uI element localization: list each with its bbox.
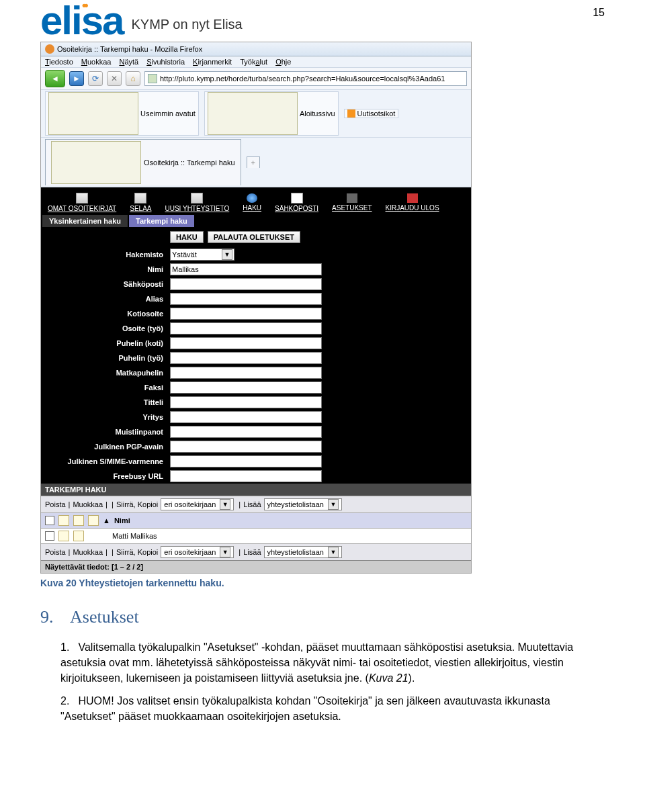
chevron-down-icon: ▼ [328,547,339,557]
input-alias[interactable] [170,293,322,305]
input-titteli[interactable] [170,396,322,408]
menu-ohje[interactable]: Ohje [275,58,291,66]
select-osoitekirja[interactable]: eri osoitekirjaan▼ [161,546,234,558]
section-heading: 9. Asetukset [40,607,605,627]
home-button[interactable]: ⌂ [126,71,140,86]
bookmark-aloitus[interactable]: Aloitussivu [204,91,339,136]
input-sahkoposti[interactable] [170,278,322,290]
input-smime[interactable] [170,455,322,467]
label-matkapuhelin: Matkapuhelin [41,369,170,377]
link-lisaa[interactable]: Lisää [243,500,261,508]
nav-omat-osoitekirjat[interactable]: OMAT OSOITEKIRJAT [48,193,116,212]
input-freebusy[interactable] [170,470,322,482]
input-yritys[interactable] [170,411,322,423]
label-faksi: Faksi [41,384,170,392]
sort-arrow-icon[interactable]: ▲ [103,516,110,525]
nav-kirjaudu-ulos[interactable]: KIRJAUDU ULOS [386,193,439,212]
nav-asetukset[interactable]: ASETUKSET [332,193,372,212]
numbered-list: 1. Valitsemalla työkalupalkin "Asetukset… [60,639,605,724]
input-puhelin-tyo[interactable] [170,352,322,364]
nav-selaa[interactable]: SELAA [130,193,151,212]
link-siirra[interactable]: Siirrä, Kopioi [116,500,158,508]
link-muokkaa[interactable]: Muokkaa [73,500,103,508]
menu-nayta[interactable]: Näytä [119,58,138,66]
input-osoite-tyo[interactable] [170,322,322,334]
input-pgp[interactable] [170,441,322,453]
reload-button[interactable]: ⟳ [88,71,103,86]
link-poista[interactable]: Poista [45,548,66,556]
result-row[interactable]: Matti Mallikas [41,528,471,543]
browser-tab[interactable]: Osoitekirja :: Tarkempi haku [45,139,241,185]
stop-button[interactable]: ✕ [107,71,122,86]
brand-subtitle: KYMP on nyt Elisa [131,17,242,35]
rss-icon [347,109,355,118]
label-yritys: Yritys [41,413,170,421]
menu-kirjanmerkit[interactable]: Kirjanmerkit [193,58,232,66]
horde-app: OMAT OSOITEKIRJAT SELAA UUSI YHTEYSTIETO… [41,187,471,573]
link-poista[interactable]: Poista [45,500,66,508]
input-nimi[interactable] [170,263,322,275]
menu-tiedosto[interactable]: Tiedosto [45,58,73,66]
menu-tyokalut[interactable]: Työkalut [240,58,267,66]
reset-button[interactable]: PALAUTA OLETUKSET [208,231,300,243]
chevron-down-icon: ▼ [222,249,232,260]
contact-name[interactable]: Matti Mallikas [112,532,157,540]
url-bar[interactable]: http://pluto.kymp.net/horde/turba/search… [144,71,467,86]
nav-uusi-yhteystieto[interactable]: UUSI YHTEYSTIETO [165,193,229,212]
tab-title: Osoitekirja :: Tarkempi haku [144,159,235,167]
mail-icon [291,193,303,204]
vcard-icon[interactable] [73,531,84,541]
result-header-row: ▲ Nimi [41,512,471,528]
chevron-down-icon: ▼ [220,499,230,510]
nav-sahkoposti[interactable]: SÄHKÖPOSTI [275,193,318,212]
edit-icon[interactable] [58,515,69,526]
select-yhteystietolista[interactable]: yhteystietolistaan▼ [264,546,342,558]
row-nimi: Nimi [41,262,471,277]
menu-sivuhistoria[interactable]: Sivuhistoria [146,58,185,66]
checkbox-all[interactable] [45,516,54,525]
input-kotiosoite[interactable] [170,308,322,320]
input-puhelin-koti[interactable] [170,337,322,349]
bookmark-useimmin[interactable]: Useimmin avatut [45,91,199,136]
label-puhelin-tyo: Puhelin (työ) [41,354,170,362]
tab-strip: Osoitekirja :: Tarkempi haku + [41,138,471,187]
checkbox-row[interactable] [45,531,54,541]
group-icon[interactable] [88,515,99,526]
column-nimi[interactable]: Nimi [114,516,130,525]
select-yhteystietolista[interactable]: yhteystietolistaan▼ [264,498,342,510]
edit-icon[interactable] [58,531,69,541]
page-number: 15 [593,7,605,19]
label-kotiosoite: Kotiosoite [41,310,170,318]
select-hakemisto[interactable]: Ystävät ▼ [170,249,234,261]
back-button[interactable]: ◄ [45,70,65,87]
tab-yksinkertainen-haku[interactable]: Yksinkertainen haku [42,215,128,227]
book-icon [76,193,88,204]
new-tab-button[interactable]: + [247,156,260,168]
globe-icon [247,193,257,203]
input-faksi[interactable] [170,381,322,394]
bookmark-uutisotsikot[interactable]: Uutisotsikot [344,109,399,118]
list-item-1: 1. Valitsemalla työkalupalkin "Asetukset… [60,639,605,686]
label-freebusy: Freebusy URL [41,472,170,480]
search-button[interactable]: HAKU [170,231,204,243]
forward-button[interactable]: ► [69,71,84,86]
navigation-toolbar: ◄ ► ⟳ ✕ ⌂ http://pluto.kymp.net/horde/tu… [41,68,471,90]
menu-muokkaa[interactable]: Muokkaa [81,58,112,66]
list-item-2: 2. HUOM! Jos valitset ensin työkalupalki… [60,693,605,724]
nav-haku[interactable]: HAKU [243,193,261,212]
link-lisaa[interactable]: Lisää [243,548,261,556]
select-osoitekirja[interactable]: eri osoitekirjaan▼ [161,498,234,510]
tab-tarkempi-haku[interactable]: Tarkempi haku [129,215,194,227]
input-muistiinpanot[interactable] [170,426,322,438]
url-text: http://pluto.kymp.net/horde/turba/search… [160,75,445,83]
link-muokkaa[interactable]: Muokkaa [73,548,103,556]
input-matkapuhelin[interactable] [170,367,322,379]
label-puhelin-koti: Puhelin (koti) [41,339,170,347]
label-sahkoposti: Sähköposti [41,280,170,288]
link-siirra[interactable]: Siirrä, Kopioi [116,548,158,556]
tools-icon [347,193,357,203]
menu-bar[interactable]: Tiedosto Muokkaa Näytä Sivuhistoria Kirj… [41,56,471,68]
horde-tabs: Yksinkertainen haku Tarkempi haku [41,215,471,227]
exit-icon [407,193,418,203]
vcard-icon[interactable] [73,515,84,526]
